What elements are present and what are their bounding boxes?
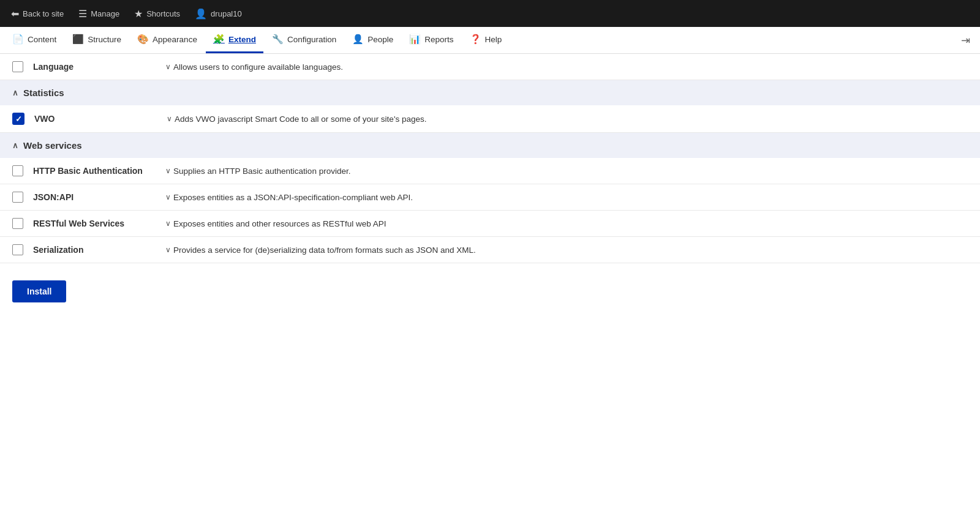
configuration-icon: 🔧 — [272, 34, 284, 45]
appearance-icon: 🎨 — [137, 34, 149, 45]
nav-reports[interactable]: 📊 Reports — [402, 27, 461, 53]
chevron-serialization: ∨ — [165, 246, 171, 254]
section-header-webservices[interactable]: ∧ Web services — [0, 133, 980, 158]
section-header-statistics[interactable]: ∧ Statistics — [0, 80, 980, 105]
module-row-vwo: VWO ∨ Adds VWO javascript Smart Code to … — [0, 105, 980, 133]
user-icon: 👤 — [195, 8, 207, 20]
star-icon: ★ — [134, 8, 143, 20]
checkbox-http-basic-auth[interactable] — [12, 165, 23, 176]
menu-icon: ☰ — [78, 8, 87, 20]
chevron-language: ∨ — [165, 62, 171, 71]
secondary-nav: 📄 Content ⬛ Structure 🎨 Appearance 🧩 Ext… — [0, 27, 980, 54]
help-icon: ❓ — [470, 34, 481, 45]
nav-appearance[interactable]: 🎨 Appearance — [130, 27, 205, 53]
chevron-http-basic-auth: ∨ — [165, 167, 171, 175]
module-desc-language: ∨ Allows users to configure available la… — [165, 62, 968, 72]
chevron-json-api: ∨ — [165, 193, 171, 201]
extend-icon: 🧩 — [213, 34, 225, 45]
collapse-webservices-icon: ∧ — [12, 141, 18, 150]
nav-help[interactable]: ❓ Help — [462, 27, 510, 53]
structure-icon: ⬛ — [72, 34, 84, 45]
admin-bar: ⬅ Back to site ☰ Manage ★ Shortcuts 👤 dr… — [0, 0, 980, 27]
module-desc-json-api: ∨ Exposes entities as a JSON:API-specifi… — [165, 193, 968, 202]
manage-link[interactable]: ☰ Manage — [72, 4, 126, 23]
back-to-site-link[interactable]: ⬅ Back to site — [5, 4, 70, 23]
module-desc-serialization: ∨ Provides a service for (de)serializing… — [165, 246, 968, 255]
home-icon: ⬅ — [11, 8, 19, 20]
module-row-language: Language ∨ Allows users to configure ava… — [0, 54, 980, 80]
module-row-http-basic-auth: HTTP Basic Authentication ∨ Supplies an … — [0, 158, 980, 184]
module-desc-http-basic-auth: ∨ Supplies an HTTP Basic authentication … — [165, 167, 968, 176]
nav-configuration[interactable]: 🔧 Configuration — [265, 27, 344, 53]
module-row-serialization: Serialization ∨ Provides a service for (… — [0, 237, 980, 263]
nav-content[interactable]: 📄 Content — [5, 27, 64, 53]
checkbox-json-api[interactable] — [12, 192, 23, 203]
user-link[interactable]: 👤 drupal10 — [189, 4, 248, 23]
chevron-restful: ∨ — [165, 219, 171, 228]
checkbox-language[interactable] — [12, 61, 23, 72]
checkbox-serialization[interactable] — [12, 244, 23, 255]
chevron-vwo: ∨ — [167, 114, 172, 123]
people-icon: 👤 — [352, 34, 364, 45]
module-desc-restful: ∨ Exposes entities and other resources a… — [165, 219, 968, 228]
module-desc-vwo: ∨ Adds VWO javascript Smart Code to all … — [167, 114, 968, 124]
nav-toggle-button[interactable]: ⇥ — [956, 31, 975, 50]
nav-extend[interactable]: 🧩 Extend — [206, 27, 263, 53]
reports-icon: 📊 — [409, 34, 421, 45]
collapse-statistics-icon: ∧ — [12, 88, 18, 97]
module-row-restful: RESTful Web Services ∨ Exposes entities … — [0, 211, 980, 237]
content-icon: 📄 — [12, 34, 24, 45]
checkbox-vwo[interactable] — [12, 113, 24, 125]
module-row-json-api: JSON:API ∨ Exposes entities as a JSON:AP… — [0, 184, 980, 211]
install-button[interactable]: Install — [12, 280, 66, 302]
nav-structure[interactable]: ⬛ Structure — [65, 27, 129, 53]
nav-people[interactable]: 👤 People — [345, 27, 401, 53]
shortcuts-link[interactable]: ★ Shortcuts — [128, 4, 186, 23]
main-content: Language ∨ Allows users to configure ava… — [0, 54, 980, 320]
checkbox-restful[interactable] — [12, 218, 23, 229]
nav-right: ⇥ — [956, 31, 975, 50]
